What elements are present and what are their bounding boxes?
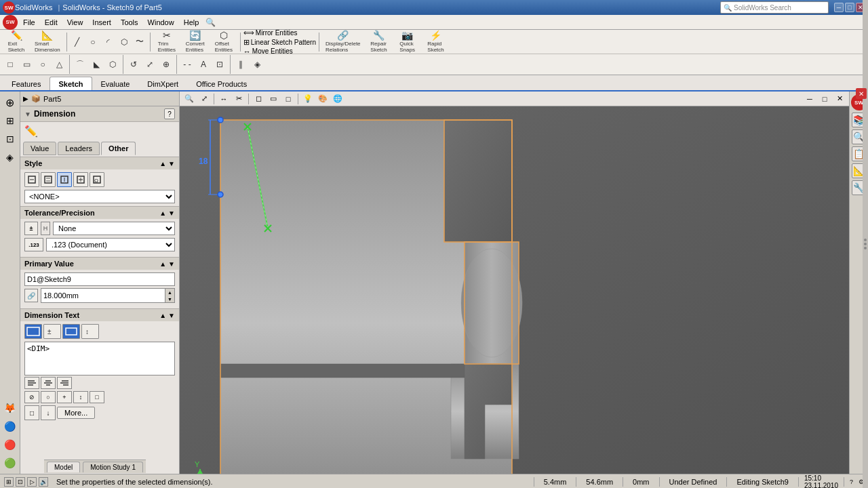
tab-evaluate[interactable]: Evaluate xyxy=(92,77,139,90)
style-dropdown[interactable]: <NONE> xyxy=(24,190,175,203)
exit-sketch-button[interactable]: ✏️ ExitSketch xyxy=(3,31,30,53)
dimension-help-button[interactable]: ? xyxy=(164,108,175,119)
spin-down-button[interactable]: ▼ xyxy=(165,296,174,302)
style-section-header[interactable]: Style ▲ ▼ xyxy=(20,157,179,169)
line-tool[interactable]: ╱ xyxy=(70,35,85,49)
sidebar-icon-bottom3[interactable]: 🔴 xyxy=(2,436,18,453)
status-icon-1[interactable]: ⊞ xyxy=(4,477,14,487)
style-btn-2[interactable] xyxy=(41,172,56,187)
extra-btn-2[interactable]: ○ xyxy=(41,391,56,403)
dim-text-area[interactable]: <DIM> xyxy=(24,342,175,375)
subtab-leaders[interactable]: Leaders xyxy=(58,142,100,155)
smart-dimension-button[interactable]: 📐 SmartDimension xyxy=(31,31,64,53)
spin-up-button[interactable]: ▲ xyxy=(165,289,174,296)
model-tab[interactable]: Model xyxy=(47,462,80,472)
taskpane-close-button[interactable]: ✕ xyxy=(856,88,867,99)
vp-display-btn[interactable]: ◻ xyxy=(252,93,265,105)
align-left-button[interactable] xyxy=(24,377,39,389)
ellipse-tool[interactable]: ○ xyxy=(35,57,50,72)
sidebar-icon-3[interactable]: ⊡ xyxy=(2,131,18,147)
offset-entities-button[interactable]: ⬡ OffsetEntities xyxy=(210,31,237,53)
align-right-button[interactable] xyxy=(57,377,72,389)
rotate-tool[interactable]: ↺ xyxy=(126,57,141,72)
display-relations-button[interactable]: 🔗 Display/DeleteRelations xyxy=(322,31,364,53)
polygon-tool[interactable]: ⬡ xyxy=(117,35,132,49)
sketch-reference-input[interactable] xyxy=(24,272,175,286)
extra-btn-3[interactable]: + xyxy=(57,391,72,403)
style-btn-1[interactable] xyxy=(24,172,39,187)
vp-minimize-btn[interactable]: ─ xyxy=(803,93,816,105)
rect-tool2[interactable]: ▭ xyxy=(19,57,34,72)
sidebar-icon-1[interactable]: ⊕ xyxy=(2,94,18,110)
arc-tool[interactable]: ◜ xyxy=(101,35,116,49)
vp-display2-btn[interactable]: ▭ xyxy=(267,93,280,105)
tolerance-section-header[interactable]: Tolerance/Precision ▲ ▼ xyxy=(20,207,179,219)
vp-scene-btn[interactable]: 🌐 xyxy=(331,93,344,105)
status-help-icon[interactable]: ? xyxy=(850,479,853,485)
quick-snaps-button[interactable]: 📷 QuickSnaps xyxy=(394,31,421,53)
repair-sketch-button[interactable]: 🔧 RepairSketch xyxy=(366,31,393,53)
fully-define-tool[interactable]: ◈ xyxy=(250,57,264,72)
menu-insert[interactable]: Insert xyxy=(88,17,115,28)
status-icon-4[interactable]: 🔊 xyxy=(39,477,48,487)
style-btn-5[interactable]: Ω xyxy=(90,172,104,187)
maximize-button[interactable]: □ xyxy=(845,3,854,12)
vp-maximize-btn[interactable]: □ xyxy=(818,93,831,105)
vp-fit-btn[interactable]: ⤢ xyxy=(197,93,211,105)
more-sq-btn-1[interactable]: □ xyxy=(24,405,39,420)
status-icon-2[interactable]: ⊡ xyxy=(16,477,25,487)
dim-text-btn-circle[interactable] xyxy=(62,324,80,339)
extra-btn-4[interactable]: ↕ xyxy=(73,391,88,403)
tolerance-dropdown[interactable]: None xyxy=(53,222,175,235)
menu-help[interactable]: Help xyxy=(180,17,203,28)
menu-tools[interactable]: Tools xyxy=(117,17,142,28)
more-sq-btn-2[interactable]: ↓ xyxy=(41,405,56,420)
circle-tool[interactable]: ○ xyxy=(85,35,100,49)
search-icon-menu[interactable]: 🔍 xyxy=(205,18,216,27)
vp-orient-btn[interactable]: ↔ xyxy=(217,93,231,105)
chamfer-tool[interactable]: ◣ xyxy=(89,57,104,72)
sidebar-icon-4[interactable]: ◈ xyxy=(2,149,18,165)
rect-tool[interactable]: □ xyxy=(3,57,18,72)
sidebar-icon-2[interactable]: ⊞ xyxy=(2,113,18,129)
block-tool[interactable]: ⊡ xyxy=(212,57,227,72)
extra-btn-1[interactable]: ⊘ xyxy=(24,391,39,403)
dim-text-btn-plus-minus[interactable]: ± xyxy=(43,324,61,339)
spline-tool[interactable]: 〜 xyxy=(132,35,147,49)
vp-section-btn[interactable]: ✂ xyxy=(232,93,245,105)
motion-study-tab[interactable]: Motion Study 1 xyxy=(83,462,143,472)
more-button[interactable]: More... xyxy=(57,407,95,419)
convert-entities-button[interactable]: 🔄 ConvertEntities xyxy=(182,31,209,53)
point-tool[interactable]: △ xyxy=(52,57,66,72)
text-tool[interactable]: A xyxy=(196,57,211,72)
scale-tool[interactable]: ⤢ xyxy=(142,57,157,72)
add-relation-tool[interactable]: ∥ xyxy=(233,57,248,72)
dim-text-btn-arrow[interactable]: ↕ xyxy=(81,324,99,339)
style-btn-3[interactable] xyxy=(57,172,72,187)
trim-entities-button[interactable]: ✂ TrimEntities xyxy=(153,31,180,53)
construction-tool[interactable]: - - xyxy=(180,57,195,72)
menu-edit[interactable]: Edit xyxy=(41,17,62,28)
sidebar-icon-bottom1[interactable]: 🦊 xyxy=(2,400,18,416)
subtab-value[interactable]: Value xyxy=(23,142,56,155)
primary-value-header[interactable]: Primary Value ▲ ▼ xyxy=(20,258,179,270)
sidebar-icon-bottom2[interactable]: 🔵 xyxy=(2,418,18,434)
vp-display3-btn[interactable]: □ xyxy=(281,93,295,105)
menu-file[interactable]: File xyxy=(19,17,39,28)
dim-text-header[interactable]: Dimension Text ▲ ▼ xyxy=(20,309,179,321)
collapse-arrow[interactable]: ▼ xyxy=(24,110,31,118)
vp-light-btn[interactable]: 💡 xyxy=(301,93,315,105)
tab-office[interactable]: Office Products xyxy=(187,77,256,90)
precision-dropdown[interactable]: .123 (Document) xyxy=(46,238,175,251)
extra-btn-5[interactable]: □ xyxy=(90,391,104,403)
window-controls[interactable]: ─ □ ✕ xyxy=(834,3,865,12)
align-center-button[interactable] xyxy=(41,377,56,389)
dim-text-btn-dim[interactable] xyxy=(24,324,42,339)
menu-window[interactable]: Window xyxy=(144,17,178,28)
offset-tool[interactable]: ⬡ xyxy=(105,57,120,72)
status-icon-3[interactable]: ▷ xyxy=(27,477,37,487)
vp-zoom-btn[interactable]: 🔍 xyxy=(182,93,196,105)
minimize-button[interactable]: ─ xyxy=(834,3,844,12)
menu-view[interactable]: View xyxy=(63,17,87,28)
copy-tool[interactable]: ⊕ xyxy=(159,57,174,72)
